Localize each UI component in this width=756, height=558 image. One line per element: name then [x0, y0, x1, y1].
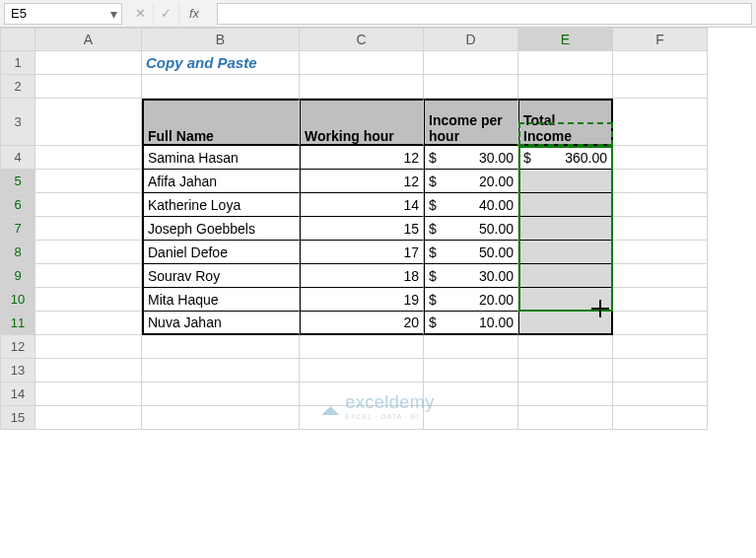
cell-E2[interactable]	[518, 75, 613, 99]
cell-E13[interactable]	[518, 359, 613, 383]
cell-F5[interactable]	[613, 170, 708, 193]
cell-F6[interactable]	[613, 193, 708, 217]
cell-E15[interactable]	[518, 406, 613, 430]
cell-D6[interactable]: $40.00	[424, 193, 518, 217]
cell-D9[interactable]: $30.00	[424, 264, 518, 288]
cell-A7[interactable]	[35, 217, 142, 241]
cell-B14[interactable]	[142, 383, 300, 406]
cell-C6[interactable]: 14	[300, 193, 424, 217]
cell-F2[interactable]	[613, 75, 708, 99]
row-header-1[interactable]: 1	[0, 51, 35, 75]
cell-F3[interactable]	[613, 99, 708, 146]
cell-E12[interactable]	[518, 335, 613, 359]
row-header-10[interactable]: 10	[0, 288, 35, 312]
cell-F15[interactable]	[613, 406, 708, 430]
cell-D11[interactable]: $10.00	[424, 312, 518, 335]
formula-input[interactable]	[217, 3, 752, 25]
name-box[interactable]: ▾	[4, 3, 122, 25]
cell-F4[interactable]	[613, 146, 708, 170]
cell-B5[interactable]: Afifa Jahan	[142, 170, 300, 193]
header-total-income[interactable]: Total Income	[518, 99, 613, 146]
col-header-C[interactable]: C	[300, 28, 424, 51]
cell-A8[interactable]	[35, 241, 142, 264]
cell-A10[interactable]	[35, 288, 142, 312]
cell-A1[interactable]	[35, 51, 142, 75]
cell-A14[interactable]	[35, 383, 142, 406]
cell-C13[interactable]	[300, 359, 424, 383]
cell-B6[interactable]: Katherine Loya	[142, 193, 300, 217]
cell-B4[interactable]: Samina Hasan	[142, 146, 300, 170]
cell-E14[interactable]	[518, 383, 613, 406]
col-header-A[interactable]: A	[35, 28, 142, 51]
cell-F10[interactable]	[613, 288, 708, 312]
cell-C4[interactable]: 12	[300, 146, 424, 170]
cell-E4[interactable]: $360.00	[518, 146, 613, 170]
cell-C11[interactable]: 20	[300, 312, 424, 335]
cell-E7[interactable]	[518, 217, 613, 241]
cell-C10[interactable]: 19	[300, 288, 424, 312]
cell-A5[interactable]	[35, 170, 142, 193]
cell-D7[interactable]: $50.00	[424, 217, 518, 241]
cell-E1[interactable]	[518, 51, 613, 75]
cell-B11[interactable]: Nuva Jahan	[142, 312, 300, 335]
header-full-name[interactable]: Full Name	[142, 99, 300, 146]
cell-A13[interactable]	[35, 359, 142, 383]
cell-C1[interactable]	[300, 51, 424, 75]
cell-A4[interactable]	[35, 146, 142, 170]
cell-B8[interactable]: Daniel Defoe	[142, 241, 300, 264]
cell-F8[interactable]	[613, 241, 708, 264]
row-header-9[interactable]: 9	[0, 264, 35, 288]
cell-A11[interactable]	[35, 312, 142, 335]
cell-C8[interactable]: 17	[300, 241, 424, 264]
fx-icon[interactable]: fx	[179, 3, 205, 25]
cell-B13[interactable]	[142, 359, 300, 383]
cell-C2[interactable]	[300, 75, 424, 99]
cell-E9[interactable]	[518, 264, 613, 288]
row-header-14[interactable]: 14	[0, 383, 35, 406]
row-header-4[interactable]: 4	[0, 146, 35, 170]
spreadsheet-grid[interactable]: A B C D E F 1 Copy and Paste 2 3 Full Na…	[0, 28, 756, 430]
row-header-13[interactable]: 13	[0, 359, 35, 383]
cell-A2[interactable]	[35, 75, 142, 99]
header-income-per-hour[interactable]: Income per hour	[424, 99, 518, 146]
cell-A15[interactable]	[35, 406, 142, 430]
cell-E10[interactable]	[518, 288, 613, 312]
cell-B9[interactable]: Sourav Roy	[142, 264, 300, 288]
row-header-11[interactable]: 11	[0, 312, 35, 335]
cell-B15[interactable]	[142, 406, 300, 430]
row-header-5[interactable]: 5	[0, 170, 35, 193]
col-header-B[interactable]: B	[142, 28, 300, 51]
cell-E5[interactable]	[518, 170, 613, 193]
name-box-dropdown-icon[interactable]: ▾	[110, 6, 117, 22]
cell-E11[interactable]	[518, 312, 613, 335]
col-header-D[interactable]: D	[424, 28, 518, 51]
cell-D13[interactable]	[424, 359, 518, 383]
cell-F14[interactable]	[613, 383, 708, 406]
cell-B12[interactable]	[142, 335, 300, 359]
cell-D2[interactable]	[424, 75, 518, 99]
cell-C12[interactable]	[300, 335, 424, 359]
cell-reference-input[interactable]	[9, 5, 88, 22]
row-header-8[interactable]: 8	[0, 241, 35, 264]
cell-A3[interactable]	[35, 99, 142, 146]
cell-F13[interactable]	[613, 359, 708, 383]
cell-B2[interactable]	[142, 75, 300, 99]
cell-D4[interactable]: $30.00	[424, 146, 518, 170]
cell-C5[interactable]: 12	[300, 170, 424, 193]
row-header-2[interactable]: 2	[0, 75, 35, 99]
cell-D8[interactable]: $50.00	[424, 241, 518, 264]
cell-B1[interactable]: Copy and Paste	[142, 51, 300, 75]
cell-F7[interactable]	[613, 217, 708, 241]
cell-D10[interactable]: $20.00	[424, 288, 518, 312]
row-header-3[interactable]: 3	[0, 99, 35, 146]
col-header-E[interactable]: E	[518, 28, 613, 51]
cell-D15[interactable]	[424, 406, 518, 430]
row-header-6[interactable]: 6	[0, 193, 35, 217]
cell-A12[interactable]	[35, 335, 142, 359]
col-header-F[interactable]: F	[613, 28, 708, 51]
cell-A9[interactable]	[35, 264, 142, 288]
cell-F11[interactable]	[613, 312, 708, 335]
cell-E6[interactable]	[518, 193, 613, 217]
cell-B7[interactable]: Joseph Goebbels	[142, 217, 300, 241]
cell-B10[interactable]: Mita Haque	[142, 288, 300, 312]
